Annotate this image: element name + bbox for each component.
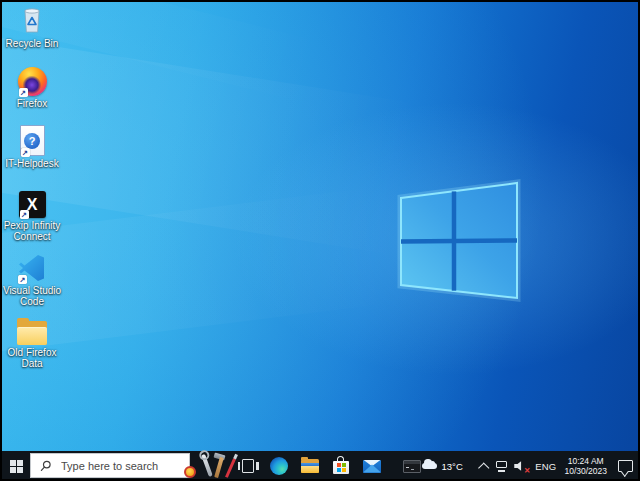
show-hidden-icons-button[interactable] [480, 461, 488, 472]
desktop-icon-label: Visual Studio Code [2, 285, 62, 307]
task-view-button[interactable] [235, 451, 261, 481]
desktop-icon-label: Old Firefox Data [2, 347, 62, 369]
desktop-icon-label: Pexip Infinity Connect [2, 220, 62, 242]
taskbar-clock[interactable]: 10:24 AM 10/30/2023 [564, 456, 607, 476]
network-status-button[interactable] [495, 461, 508, 472]
shortcut-arrow-overlay: ↗ [20, 210, 29, 219]
shortcut-arrow-overlay: ↗ [21, 148, 30, 157]
screwdriver-icon [225, 458, 235, 477]
desktop-icon-recycle-bin[interactable]: Recycle Bin [1, 3, 63, 49]
clock-date: 10/30/2023 [564, 466, 607, 476]
action-center-icon [618, 460, 633, 472]
desktop: Recycle Bin ↗ Firefox ? ↗ IT-Helpdesk X … [0, 0, 640, 451]
taskbar-app-microsoft-edge[interactable] [266, 451, 292, 481]
microsoft-store-icon [333, 461, 349, 474]
desktop-icon-firefox[interactable]: ↗ Firefox [1, 63, 63, 109]
desktop-icon-label: Firefox [17, 98, 48, 109]
volume-button[interactable]: ✕ [514, 460, 529, 472]
desktop-icon-pexip-infinity-connect[interactable]: X ↗ Pexip Infinity Connect [1, 185, 63, 242]
desktop-icon-old-firefox-data[interactable]: Old Firefox Data [1, 312, 63, 369]
recycle-bin-icon [17, 4, 47, 36]
chevron-up-icon [478, 462, 489, 473]
wrench-icon [201, 454, 212, 477]
tape-measure-icon [184, 466, 196, 478]
hammer-handle-icon [214, 457, 224, 478]
command-prompt-icon [403, 460, 421, 473]
taskbar-app-mail[interactable] [359, 451, 385, 481]
wallpaper [0, 0, 640, 451]
windows-start-icon [10, 460, 23, 473]
mail-icon [363, 460, 381, 473]
task-view-icon [242, 459, 254, 473]
search-highlights-icon[interactable] [181, 452, 235, 480]
desktop-icon-label: IT-Helpdesk [5, 158, 58, 169]
file-explorer-icon [301, 459, 319, 473]
folder-icon [17, 321, 47, 345]
search-icon [40, 460, 52, 472]
taskbar-search-box[interactable] [30, 453, 190, 478]
desktop-icon-it-helpdesk[interactable]: ? ↗ IT-Helpdesk [1, 123, 63, 169]
start-button[interactable] [0, 451, 33, 481]
temperature-label: 13°C [442, 461, 463, 472]
shortcut-arrow-overlay: ↗ [19, 88, 28, 97]
clock-time: 10:24 AM [564, 456, 607, 466]
edge-icon [270, 457, 288, 475]
desktop-icon-label: Recycle Bin [6, 38, 59, 49]
taskbar-app-file-explorer[interactable] [297, 451, 323, 481]
desktop-icon-visual-studio-code[interactable]: ↗ Visual Studio Code [1, 250, 63, 307]
cloud-icon [422, 463, 437, 469]
search-input[interactable] [59, 459, 173, 473]
taskbar: 13°C ✕ ENG 10:24 AM 10/30/2023 [0, 451, 640, 481]
mute-badge-icon: ✕ [524, 467, 530, 475]
language-indicator[interactable]: ENG [535, 461, 556, 472]
weather-widget[interactable]: 13°C [422, 461, 463, 472]
system-tray: 13°C ✕ ENG 10:24 AM 10/30/2023 [422, 451, 640, 481]
action-center-button[interactable] [618, 460, 633, 472]
shortcut-arrow-overlay: ↗ [18, 275, 27, 284]
taskbar-app-microsoft-store[interactable] [328, 451, 354, 481]
windows-logo-wallpaper [392, 178, 522, 304]
